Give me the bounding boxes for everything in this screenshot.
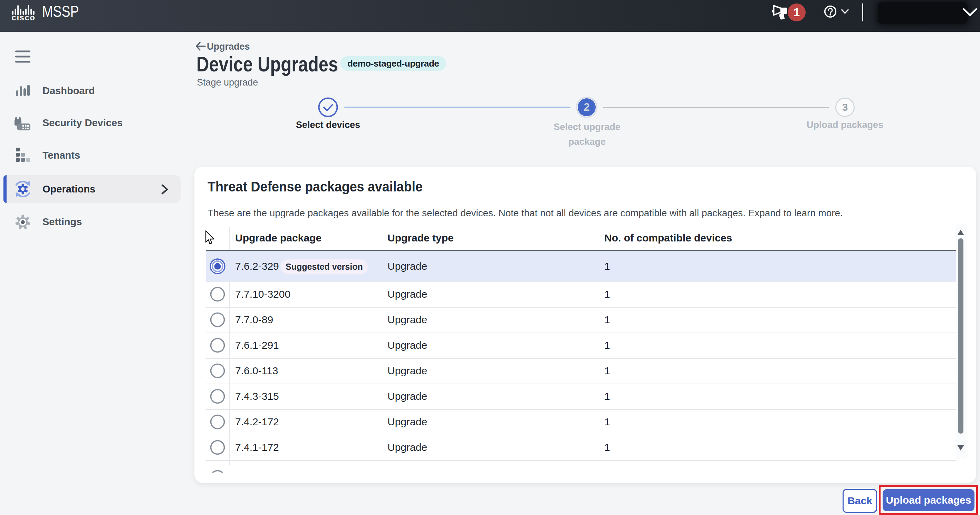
svg-text:cisco: cisco — [12, 13, 35, 21]
